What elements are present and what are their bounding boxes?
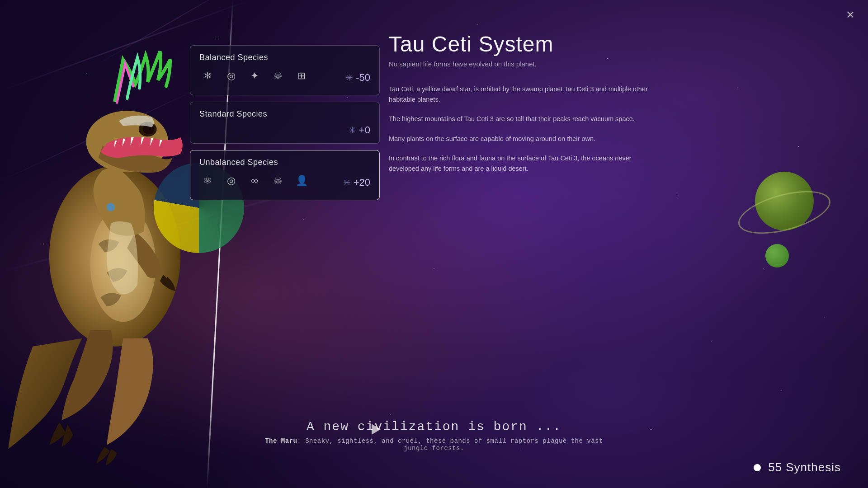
standard-score: +0	[359, 124, 370, 136]
play-icon	[372, 424, 381, 435]
species-icon-person: 👤	[293, 173, 310, 189]
standard-species-card[interactable]: Standard Species ✳ +0	[190, 102, 380, 144]
species-icon-atom: ⚛	[199, 173, 216, 189]
description-para-2: The highest mountains of Tau Ceti 3 are …	[389, 114, 651, 124]
balanced-score: -50	[356, 72, 370, 84]
system-title: Tau Ceti System	[389, 32, 651, 56]
species-icon-infinity: ∞	[246, 173, 263, 189]
species-icon-skull2: ☠	[270, 173, 286, 189]
species-description-text: : Sneaky, sightless, and cruel, these ba…	[297, 437, 603, 452]
planet-small	[765, 244, 789, 267]
right-panel: Tau Ceti System No sapient life forms ha…	[389, 32, 651, 183]
species-icon-bio: ✦	[246, 68, 263, 84]
description-para-4: In contrast to the rich flora and fauna …	[389, 153, 651, 174]
system-description: Tau Ceti, a yellow dwarf star, is orbite…	[389, 84, 651, 174]
unbalanced-score-group: ✳ +20	[343, 177, 370, 188]
civilization-description: The Maru: Sneaky, sightless, and cruel, …	[253, 437, 615, 452]
unbalanced-score: +20	[354, 177, 370, 188]
close-button[interactable]: ✕	[844, 8, 857, 22]
standard-score-group: ✳ +0	[349, 124, 370, 136]
unbalanced-species-card[interactable]: Unbalanced Species ⚛ ◎ ∞ ☠ 👤 ✳ +20	[190, 150, 380, 200]
description-para-1: Tau Ceti, a yellow dwarf star, is orbite…	[389, 84, 651, 105]
civilization-title: A new civilization is born ...	[253, 420, 615, 434]
unbalanced-species-icons: ⚛ ◎ ∞ ☠ 👤	[199, 173, 310, 189]
svg-point-5	[107, 203, 115, 211]
species-icon-box: ⊞	[293, 68, 310, 84]
species-name: The Maru	[265, 437, 297, 445]
system-subtitle: No sapient life forms have evolved on th…	[389, 60, 651, 68]
species-icon-spiral: ◎	[223, 173, 239, 189]
species-icon-eye: ◎	[223, 68, 239, 84]
species-icon-snowflake: ❄	[199, 68, 216, 84]
balanced-species-icons: ❄ ◎ ✦ ☠ ⊞	[199, 68, 310, 84]
standard-species-title: Standard Species	[199, 109, 370, 119]
species-cards-panel: Balanced Species ❄ ◎ ✦ ☠ ⊞ ✳ -50 Standar…	[190, 45, 380, 206]
description-para-3: Many plants on the surface are capable o…	[389, 134, 651, 144]
timeline-label: 55 Synthesis	[768, 460, 841, 474]
balanced-score-group: ✳ -50	[345, 72, 370, 84]
star-decoration-2: ✳	[349, 125, 356, 136]
species-icon-skull: ☠	[270, 68, 286, 84]
unbalanced-species-title: Unbalanced Species	[199, 158, 370, 167]
star-decoration-3: ✳	[343, 177, 351, 188]
bottom-section: A new civilization is born ... The Maru:…	[253, 420, 615, 452]
star-decoration: ✳	[345, 72, 353, 83]
timeline-dot	[754, 464, 761, 471]
play-button[interactable]	[366, 420, 384, 438]
timeline: 55 Synthesis	[754, 460, 841, 474]
balanced-species-title: Balanced Species	[199, 53, 370, 62]
balanced-species-card[interactable]: Balanced Species ❄ ◎ ✦ ☠ ⊞ ✳ -50	[190, 45, 380, 95]
